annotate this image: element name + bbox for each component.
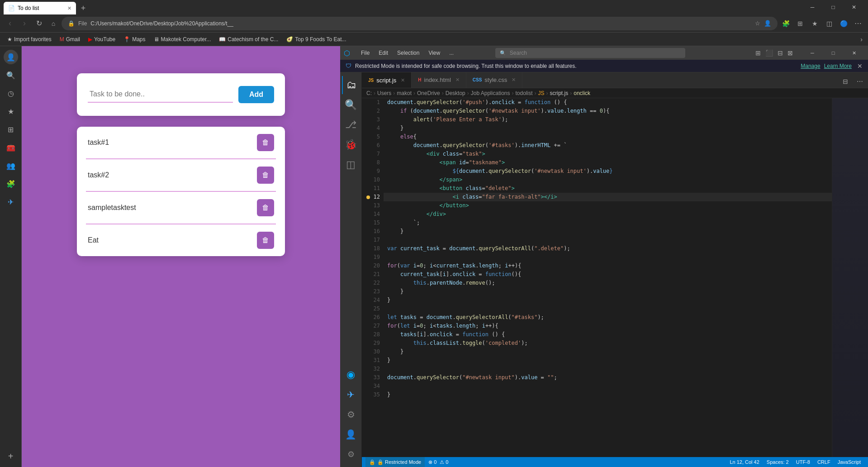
activity-icon-account[interactable]: 👤: [342, 425, 360, 443]
activity-icon-extensions[interactable]: ◫: [342, 156, 360, 174]
activity-icon-outlook[interactable]: ◉: [342, 366, 360, 384]
refresh-button[interactable]: ↻: [33, 17, 45, 30]
browser-sidebar-favorites-icon[interactable]: ★: [4, 104, 18, 119]
task-delete-button-3[interactable]: 🗑: [257, 199, 274, 216]
activity-icon-settings[interactable]: ⚙: [342, 405, 360, 424]
bookmark-gmail[interactable]: M Gmail: [56, 35, 84, 43]
code-line-20: for(var i=0; i<current_task.length; i++)…: [384, 262, 832, 270]
vscode-search-bar[interactable]: 🔍 Search: [495, 48, 685, 58]
bookmark-makotek[interactable]: 🖥 Makotek Computer...: [150, 35, 215, 43]
bookmark-import-favorites[interactable]: ★ Import favorites: [4, 35, 55, 43]
code-line-16: }: [384, 227, 832, 236]
breadcrumb-onedrive[interactable]: OneDrive: [417, 90, 440, 96]
layout-icon-4[interactable]: ⊠: [786, 48, 795, 57]
layout-icon-2[interactable]: ⬛: [764, 48, 775, 57]
vscode-code-area[interactable]: 1 2 3 4 5 6 7 8 9 10 11 12 13 14: [362, 98, 868, 457]
close-button[interactable]: ✕: [844, 0, 864, 14]
home-button[interactable]: ⌂: [47, 17, 60, 30]
task-delete-button-4[interactable]: 🗑: [257, 232, 274, 249]
vscode-minimize-button[interactable]: ─: [802, 46, 823, 60]
bookmark-youtube[interactable]: ▶ YouTube: [85, 35, 119, 43]
browser-sidebar-telegram-icon[interactable]: ✈: [4, 195, 18, 209]
status-encoding[interactable]: UTF-8: [792, 457, 814, 467]
bookmark-catechism[interactable]: 📖 Catechism of the C...: [215, 35, 282, 43]
activity-icon-git[interactable]: ⎇: [342, 116, 360, 134]
breadcrumb-js-folder[interactable]: JS: [538, 90, 545, 96]
browser-sidebar-search-icon[interactable]: 🔍: [4, 68, 18, 82]
vscode-menu-selection[interactable]: Selection: [394, 49, 423, 57]
maximize-button[interactable]: □: [823, 0, 844, 14]
activity-icon-settings2[interactable]: ⚙: [342, 445, 360, 463]
task-input[interactable]: [88, 86, 233, 103]
add-task-button[interactable]: Add: [238, 86, 274, 103]
layout-icon-3[interactable]: ⊟: [776, 48, 785, 57]
browser-sidebar-tools-icon[interactable]: 🧰: [4, 140, 18, 155]
back-button[interactable]: ‹: [4, 17, 16, 30]
vscode-maximize-button[interactable]: □: [823, 46, 844, 60]
vscode-menu-view[interactable]: View: [425, 49, 444, 57]
tab-close-icon[interactable]: ✕: [67, 5, 71, 11]
task-delete-button-1[interactable]: 🗑: [257, 134, 274, 151]
star-icon[interactable]: ☆: [755, 20, 760, 27]
status-line-ending[interactable]: CRLF: [814, 457, 834, 467]
search-icon: 🔍: [500, 50, 506, 56]
vscode-close-button[interactable]: ✕: [844, 46, 864, 60]
sidebar-toggle-button[interactable]: ⊞: [794, 17, 806, 30]
activity-icon-explorer[interactable]: 🗂: [342, 76, 360, 94]
url-bar[interactable]: 🔒 File C:/Users/makot/OneDrive/Desktop/J…: [62, 17, 778, 30]
browser-sidebar-profile-icon[interactable]: 👤: [4, 50, 18, 64]
bookmarks-more-button[interactable]: ›: [859, 35, 864, 44]
breadcrumb-script-js[interactable]: script.js: [550, 90, 569, 96]
more-button[interactable]: ⋯: [852, 17, 864, 30]
vscode-tab-style-css[interactable]: CSS style.css ✕: [466, 72, 522, 88]
status-language[interactable]: JavaScript: [834, 457, 864, 467]
browser-sidebar-history-icon[interactable]: ◷: [4, 86, 18, 100]
manage-link[interactable]: Manage: [801, 63, 820, 69]
breadcrumb-desktop[interactable]: Desktop: [446, 90, 465, 96]
profile-icon[interactable]: 👤: [764, 20, 771, 27]
breadcrumb-makot[interactable]: makot: [397, 90, 412, 96]
breadcrumb-c[interactable]: C:: [366, 90, 372, 96]
profile-button[interactable]: 🔵: [837, 17, 850, 30]
forward-button[interactable]: ›: [18, 17, 31, 30]
collections-button[interactable]: ◫: [823, 17, 835, 30]
browser-sidebar-collections-icon[interactable]: ⊞: [4, 122, 18, 137]
line-11: 11: [362, 184, 384, 193]
status-errors[interactable]: ⊗ 0 ⚠ 0: [425, 457, 452, 467]
layout-icon-1[interactable]: ⊞: [754, 48, 763, 57]
info-bar-close-icon[interactable]: ✕: [857, 62, 863, 70]
browser-sidebar-people-icon[interactable]: 👥: [4, 158, 18, 173]
bookmark-maps[interactable]: 📍 Maps: [120, 35, 149, 43]
bookmark-foods[interactable]: 🥑 Top 9 Foods To Eat...: [283, 35, 350, 43]
activity-icon-search[interactable]: 🔍: [342, 96, 360, 114]
favorites-button[interactable]: ★: [808, 17, 821, 30]
learn-more-link[interactable]: Learn More: [824, 63, 852, 69]
status-line-col[interactable]: Ln 12, Col 42: [726, 457, 763, 467]
new-tab-button[interactable]: +: [77, 2, 90, 14]
browser-sidebar-extensions-icon[interactable]: 🧩: [4, 176, 18, 191]
vscode-menu-edit[interactable]: Edit: [375, 49, 392, 57]
code-lines-panel[interactable]: document.querySelector('#push').onclick …: [384, 98, 832, 457]
vscode-menu-file[interactable]: File: [357, 49, 373, 57]
index-html-tab-close[interactable]: ✕: [455, 77, 460, 83]
status-restricted-mode[interactable]: 🔒 🔒 Restricted Mode: [365, 457, 425, 467]
breadcrumb-users[interactable]: Users: [377, 90, 391, 96]
more-tabs-button[interactable]: ⋯: [854, 75, 866, 88]
browser-sidebar-plus-icon[interactable]: +: [4, 449, 18, 463]
vscode-tab-script-js[interactable]: JS script.js ✕: [362, 72, 412, 88]
minimize-button[interactable]: ─: [802, 0, 823, 14]
vscode-tab-index-html[interactable]: H index.html ✕: [412, 72, 466, 88]
activity-icon-debug[interactable]: 🐞: [342, 136, 360, 154]
breadcrumb-jobapps[interactable]: Job Applications: [471, 90, 510, 96]
status-spaces[interactable]: Spaces: 2: [763, 457, 792, 467]
task-delete-button-2[interactable]: 🗑: [257, 167, 274, 184]
script-js-tab-close[interactable]: ✕: [401, 77, 405, 83]
extensions-button[interactable]: 🧩: [779, 17, 792, 30]
breadcrumb-todolist[interactable]: todolist: [515, 90, 532, 96]
activity-icon-telegram[interactable]: ✈: [342, 386, 360, 404]
split-editor-button[interactable]: ⊟: [839, 75, 852, 88]
breadcrumb-onclick[interactable]: onclick: [574, 90, 590, 96]
style-css-tab-close[interactable]: ✕: [512, 77, 516, 83]
browser-tab-active[interactable]: 📄 To do list ✕: [4, 2, 76, 14]
vscode-menu-more[interactable]: ...: [446, 49, 457, 57]
